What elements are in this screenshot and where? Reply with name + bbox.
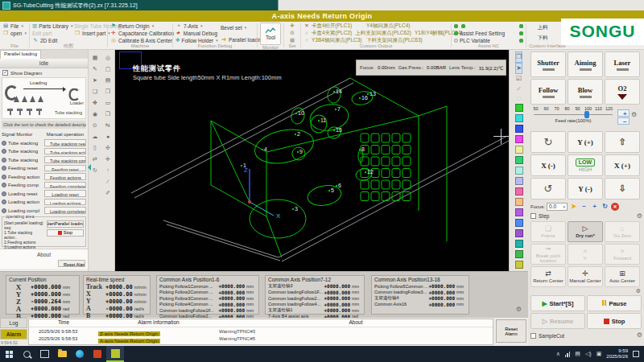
checkbox-icon[interactable]: ☑ bbox=[516, 74, 522, 84]
color-swatch[interactable] bbox=[515, 219, 523, 227]
nozzle-up-button[interactable]: ⇧ bbox=[605, 131, 640, 153]
backward-button[interactable]: «Y- bbox=[568, 244, 603, 265]
tool-icon[interactable]: ↻ bbox=[93, 166, 97, 177]
focus-go-icon[interactable]: ➤ bbox=[569, 202, 578, 211]
step-checkbox[interactable] bbox=[530, 213, 536, 219]
tool-icon[interactable]: ❏ bbox=[93, 87, 97, 98]
manual-center-button[interactable]: ✛Manual Center bbox=[568, 266, 603, 287]
tool-icon[interactable]: ↑ bbox=[106, 166, 109, 177]
start-menu-button[interactable] bbox=[0, 346, 18, 362]
show-diagram-checkbox[interactable] bbox=[2, 70, 8, 76]
color-swatch[interactable] bbox=[515, 187, 523, 195]
start-parallel-loading-button[interactable]: StartParallel loading bbox=[47, 220, 84, 228]
key-icon[interactable]: ✚ bbox=[289, 23, 295, 29]
check-icon[interactable]: ✓ bbox=[516, 84, 522, 94]
jog-x-minus-button[interactable]: X (-) bbox=[530, 154, 566, 176]
focus-minus-icon[interactable]: − bbox=[580, 202, 588, 211]
tool-icon[interactable]: ❐ bbox=[515, 51, 522, 63]
assist-feed-setting-button[interactable]: Assist Feed Setting bbox=[454, 30, 523, 36]
color-swatch[interactable] bbox=[515, 250, 523, 258]
tab-log[interactable]: Log bbox=[0, 318, 27, 328]
color-swatch[interactable] bbox=[515, 240, 523, 248]
tool-icon[interactable]: ▦ bbox=[93, 53, 98, 64]
jog-y-plus-button[interactable]: Y (+) bbox=[568, 131, 603, 153]
reset-alarm-button[interactable]: Reset Alarm bbox=[496, 319, 526, 343]
shutter-button[interactable]: Shutter bbox=[530, 51, 566, 77]
rotate-plus-button[interactable]: ↻ bbox=[530, 131, 566, 153]
stop-button[interactable]: Stop bbox=[587, 313, 642, 329]
samplecut-checkbox[interactable] bbox=[530, 333, 536, 339]
manual-operation-button[interactable]: Tube stacking reset bbox=[44, 139, 86, 146]
ime-icon[interactable]: ▣ bbox=[597, 351, 602, 357]
jog-settings-gear-icon[interactable]: ⚙ bbox=[637, 212, 642, 220]
alarm-row[interactable]: 2025/9/26 9:58:53 A-axis Needs Return Or… bbox=[29, 335, 493, 342]
run-settings-gear-icon[interactable]: ⚙ bbox=[637, 331, 642, 339]
color-swatch[interactable] bbox=[515, 177, 523, 185]
color-swatch[interactable] bbox=[515, 114, 523, 122]
plc62-button[interactable]: 上料支架回原点(PLC62) bbox=[355, 30, 411, 36]
notification-center-icon[interactable] bbox=[633, 351, 639, 357]
edge-browser-button[interactable] bbox=[71, 346, 89, 362]
tool-icon[interactable]: ☁ bbox=[93, 132, 98, 143]
plc2-button[interactable]: ○卡盘4夹紧(PLC2) bbox=[303, 30, 352, 36]
task-view-button[interactable] bbox=[35, 346, 53, 362]
slider-thumb[interactable] bbox=[584, 111, 589, 118]
jog-y-minus-button[interactable]: Y (-) bbox=[568, 178, 603, 200]
o2-button[interactable]: O2 bbox=[605, 79, 640, 105]
feed-minus-button[interactable]: − bbox=[617, 117, 630, 125]
color-swatch[interactable] bbox=[515, 125, 523, 133]
tool-icon[interactable]: ◎ bbox=[105, 53, 110, 64]
tool-icon[interactable]: ❒ bbox=[105, 109, 110, 121]
tool-icon[interactable]: ⊙ bbox=[93, 121, 97, 132]
tool-icon[interactable]: ▢ bbox=[105, 64, 111, 76]
jog-x-plus-button[interactable]: X (+) bbox=[605, 154, 640, 176]
center-settings-gear-icon[interactable]: ⚙ bbox=[636, 288, 641, 294]
tray-expand-icon[interactable]: ∧ bbox=[556, 351, 560, 357]
parts-library-button[interactable]: ▥Parts Library bbox=[32, 23, 71, 29]
follow-button[interactable]: Follow bbox=[530, 79, 566, 105]
color-swatch[interactable] bbox=[515, 104, 523, 112]
manual-operation-button[interactable]: Feeding reset bbox=[44, 165, 86, 172]
diagram-loader-label[interactable]: Loader bbox=[70, 101, 84, 105]
start-button[interactable]: ▶Start*[S] bbox=[530, 295, 585, 311]
color-swatch[interactable] bbox=[515, 229, 523, 237]
manual-operation-button[interactable]: Feeding completed bbox=[44, 182, 86, 189]
taskbar-search-button[interactable] bbox=[18, 346, 35, 362]
speaker-icon[interactable]: ◁) bbox=[585, 351, 592, 357]
resume-button[interactable]: ▷Resume bbox=[530, 313, 585, 329]
manual-operation-button[interactable]: Loading actions bbox=[44, 199, 86, 206]
capacitance-calibration-button[interactable]: ✛Capacitance Calibration bbox=[110, 30, 179, 36]
frame-button[interactable]: ❏Frame bbox=[530, 221, 566, 242]
calibrate-b-axis-button[interactable]: ◎Calibrate B Axis Center bbox=[110, 37, 179, 43]
manual-operation-button[interactable]: Tube stacking action bbox=[44, 148, 86, 155]
7-axis-button[interactable]: ⌖7-Axis bbox=[175, 23, 217, 29]
tool-icon[interactable]: ✢ bbox=[105, 154, 110, 166]
tool-icon[interactable]: ▭ bbox=[105, 98, 111, 109]
edit-part-button[interactable]: Edit part bbox=[32, 30, 71, 36]
go-zero-button[interactable]: ⌂Go Zero bbox=[605, 221, 640, 242]
diagram-tube-stacking-label[interactable]: Tube stacking bbox=[55, 110, 82, 115]
follow-holder-button[interactable]: ✥Follow Holder bbox=[175, 37, 217, 43]
speed-toggle-button[interactable]: LOWHIGH bbox=[568, 154, 603, 176]
forward-button[interactable]: »Forward bbox=[605, 244, 640, 265]
tool-icon[interactable]: ▤ bbox=[105, 76, 111, 87]
plc1-button[interactable]: ✕卡盘4松开(PLC1) bbox=[303, 23, 363, 29]
tool-icon[interactable]: ➤ bbox=[93, 76, 97, 87]
close-icon[interactable]: ✕ bbox=[516, 94, 522, 104]
parallel-stop-button[interactable]: Stop bbox=[47, 229, 84, 237]
color-swatch[interactable] bbox=[515, 208, 523, 216]
active-app-button[interactable] bbox=[106, 346, 124, 362]
return-origin-button[interactable]: ⚑Return Origin bbox=[110, 23, 179, 29]
tool-icon[interactable]: ✎ bbox=[93, 64, 97, 76]
feed-plus-button[interactable]: + bbox=[617, 109, 630, 117]
focus-value-select[interactable]: 0.0▾ bbox=[547, 203, 568, 211]
file-explorer-button[interactable] bbox=[53, 346, 71, 362]
taskbar-clock[interactable]: 9:59 2025/9/26 bbox=[606, 348, 628, 360]
cad-viewport[interactable]: Z X 性能测试零件 Square tube Side length50mm X… bbox=[115, 50, 509, 271]
manual-operation-button[interactable]: Loading reset bbox=[44, 190, 86, 197]
about-tab[interactable]: About bbox=[0, 249, 88, 257]
plc-variable-button[interactable]: PLC Variable bbox=[454, 37, 523, 43]
tool-button[interactable]: Tool bbox=[260, 23, 281, 45]
color-swatch[interactable] bbox=[515, 146, 523, 154]
tool-icon[interactable]: ➤ bbox=[515, 63, 522, 74]
